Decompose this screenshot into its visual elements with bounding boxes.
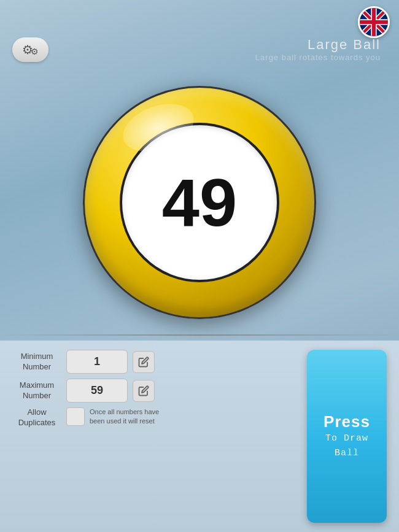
checkbox-area: Once all numbers have been used it will …: [66, 407, 169, 426]
bottom-panel: MinimumNumber 1 MaximumNumber 59 All: [0, 341, 399, 532]
draw-ball-subtext: To DrawBall: [325, 431, 368, 461]
lottery-ball: 49: [83, 86, 316, 319]
settings-button[interactable]: ⚙ ⚙: [12, 37, 48, 62]
language-flag-button[interactable]: [358, 6, 390, 38]
min-number-input[interactable]: 1: [66, 350, 128, 374]
ball-outer: 49: [83, 86, 316, 319]
min-number-edit-button[interactable]: [133, 351, 155, 373]
controls-area: MinimumNumber 1 MaximumNumber 59 All: [12, 350, 298, 523]
max-number-row: MaximumNumber 59: [12, 379, 298, 403]
duplicates-label: AllowDuplicates: [12, 407, 61, 428]
ball-number: 49: [162, 169, 237, 236]
title-area: Large Ball Large ball rotates towards yo…: [48, 37, 387, 62]
min-number-label: MinimumNumber: [12, 352, 61, 372]
max-number-input[interactable]: 59: [66, 379, 128, 403]
min-number-row: MinimumNumber 1: [12, 350, 298, 374]
top-bar: ⚙ ⚙ Large Ball Large ball rotates toward…: [0, 37, 399, 62]
divider: [0, 334, 399, 336]
max-number-edit-button[interactable]: [133, 380, 155, 402]
duplicates-note: Once all numbers have been used it will …: [90, 407, 169, 426]
duplicates-row: AllowDuplicates Once all numbers have be…: [12, 407, 298, 428]
draw-ball-button[interactable]: Press To DrawBall: [307, 350, 387, 523]
svg-rect-8: [360, 20, 388, 24]
gear-small-icon: ⚙: [31, 47, 39, 56]
page-title: Large Ball: [48, 37, 381, 53]
duplicates-checkbox[interactable]: [66, 407, 85, 426]
page-subtitle: Large ball rotates towards you: [48, 53, 381, 62]
press-text: Press: [323, 412, 370, 431]
max-number-label: MaximumNumber: [12, 380, 61, 401]
